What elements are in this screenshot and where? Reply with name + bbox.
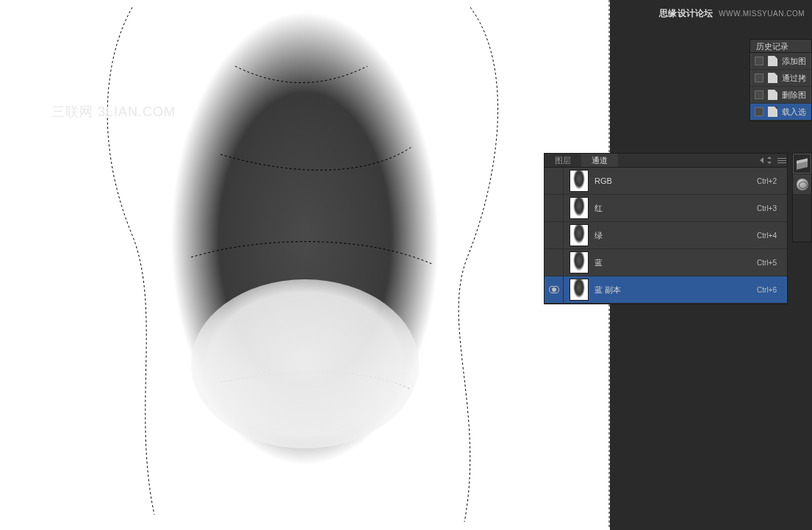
history-item-label: 添加图 <box>782 56 806 67</box>
visibility-toggle[interactable] <box>545 249 564 276</box>
watermark-left: 三联网 3LIAN.COM <box>51 103 176 121</box>
channel-row[interactable]: 蓝 副本 Ctrl+6 <box>545 276 787 304</box>
history-state-box-icon <box>755 74 764 82</box>
channel-shortcut: Ctrl+2 <box>757 177 783 185</box>
visibility-toggle[interactable] <box>545 195 564 221</box>
history-state-box-icon <box>755 90 764 99</box>
marching-ants-selection <box>0 0 610 530</box>
channel-name: RGB <box>594 176 757 185</box>
channel-thumbnail <box>570 279 589 301</box>
channel-thumbnail <box>570 251 589 273</box>
channel-name: 蓝 副本 <box>594 284 757 296</box>
channel-row[interactable]: 红 Ctrl+3 <box>545 195 787 222</box>
history-item[interactable]: 删除图 <box>750 87 811 104</box>
watermark-top: 思缘设计论坛 WWW.MISSYUAN.COM <box>659 7 805 20</box>
history-state-box-icon <box>755 107 764 116</box>
history-item-label: 通过拷 <box>782 73 806 84</box>
history-item[interactable]: 添加图 <box>750 53 811 70</box>
channel-name: 蓝 <box>594 257 757 268</box>
visibility-toggle[interactable] <box>545 222 564 248</box>
document-icon <box>768 56 777 66</box>
channels-panel[interactable]: 图层 通道 RGB Ctrl+2 红 Ctrl+3 绿 Ctrl+4 蓝 Ctr… <box>544 153 788 304</box>
channel-thumbnail <box>570 224 589 246</box>
channel-shortcut: Ctrl+6 <box>757 286 783 294</box>
history-item-label: 载入选 <box>782 107 806 118</box>
layers-dock-icon[interactable] <box>793 154 811 174</box>
channel-name: 绿 <box>594 230 757 241</box>
visibility-toggle[interactable] <box>545 276 564 303</box>
canvas-image-placeholder <box>0 0 610 530</box>
globe-icon <box>797 179 808 190</box>
history-panel-title[interactable]: 历史记录 <box>750 40 811 53</box>
panel-expand-toggle[interactable] <box>766 154 777 167</box>
channel-row[interactable]: RGB Ctrl+2 <box>545 168 787 195</box>
history-item[interactable]: 载入选 <box>750 104 811 121</box>
channel-row[interactable]: 绿 Ctrl+4 <box>545 222 787 249</box>
visibility-toggle[interactable] <box>545 168 564 194</box>
document-icon <box>768 107 777 117</box>
tab-channels[interactable]: 通道 <box>581 154 618 167</box>
document-icon <box>768 90 777 100</box>
tab-layers[interactable]: 图层 <box>545 154 581 167</box>
eye-icon <box>549 286 559 293</box>
history-item[interactable]: 通过拷 <box>750 70 811 87</box>
document-canvas[interactable]: 三联网 3LIAN.COM <box>0 0 610 530</box>
3d-dock-icon[interactable] <box>793 174 811 195</box>
channel-shortcut: Ctrl+4 <box>757 232 783 240</box>
channel-row[interactable]: 蓝 Ctrl+5 <box>545 249 787 276</box>
history-panel[interactable]: 历史记录 添加图 通过拷 删除图 载入选 <box>750 39 812 121</box>
history-item-label: 删除图 <box>782 90 806 101</box>
channel-name: 红 <box>594 203 757 214</box>
channel-shortcut: Ctrl+3 <box>757 204 783 212</box>
watermark-top-title: 思缘设计论坛 <box>659 8 714 18</box>
panel-collapse-button[interactable] <box>756 154 766 167</box>
channel-shortcut: Ctrl+5 <box>757 259 783 267</box>
watermark-top-url: WWW.MISSYUAN.COM <box>719 10 805 18</box>
panel-menu-button[interactable] <box>777 154 787 167</box>
layers-icon <box>797 160 808 168</box>
history-state-box-icon <box>755 57 764 65</box>
document-icon <box>768 73 777 83</box>
channel-thumbnail <box>570 197 589 219</box>
dock-empty <box>793 195 811 242</box>
channel-thumbnail <box>570 170 589 192</box>
panel-tab-bar: 图层 通道 <box>545 154 787 168</box>
panel-dock <box>792 153 812 243</box>
